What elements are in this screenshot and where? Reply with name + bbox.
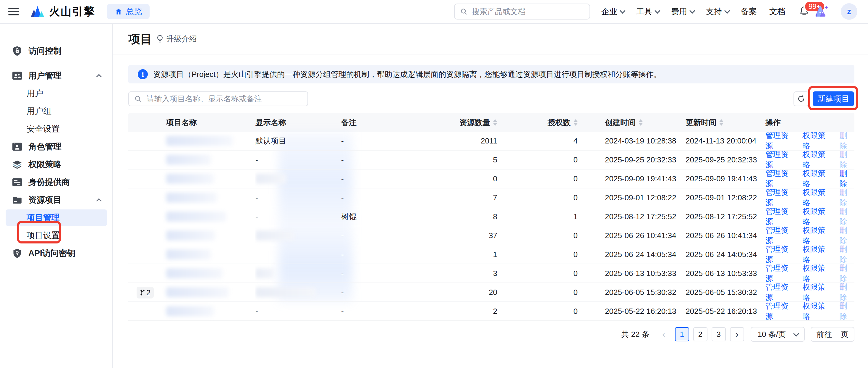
project-name-cell[interactable]	[155, 207, 255, 226]
sidebar-item-用户[interactable]: 用户	[0, 85, 112, 102]
project-name-cell[interactable]	[155, 132, 255, 150]
action-link-管理资源[interactable]: 管理资源	[766, 226, 795, 245]
sidebar-item-访问控制[interactable]: 访问控制	[0, 42, 112, 60]
action-link-管理资源[interactable]: 管理资源	[766, 302, 795, 320]
sidebar-item-用户组[interactable]: 用户组	[0, 102, 112, 120]
sidebar-item-用户管理[interactable]: 用户管理	[0, 67, 112, 85]
sidebar-item-项目管理[interactable]: 项目管理	[0, 209, 112, 227]
page-button-1[interactable]: 1	[675, 327, 689, 341]
sidebar-item-API访问密钥[interactable]: API访问密钥	[0, 244, 112, 262]
page-button-2[interactable]: 2	[693, 327, 708, 341]
project-name-cell[interactable]	[155, 189, 255, 207]
page-size-select[interactable]: 10 条/页	[751, 327, 805, 342]
action-link-权限策略[interactable]: 权限策略	[802, 132, 832, 150]
remark-cell-value: -	[341, 288, 344, 297]
action-link-管理资源[interactable]: 管理资源	[766, 170, 795, 188]
action-link-删除: 删除	[839, 245, 854, 263]
column-header-label: 项目名称	[166, 117, 197, 128]
action-link-权限策略[interactable]: 权限策略	[802, 150, 832, 169]
hamburger-menu-icon[interactable]	[8, 8, 19, 16]
remark-cell: -	[341, 245, 424, 263]
action-link-权限策略[interactable]: 权限策略	[802, 264, 832, 283]
sidebar-item-项目设置[interactable]: 项目设置	[0, 227, 112, 244]
action-link-权限策略[interactable]: 权限策略	[802, 245, 832, 263]
column-header-label: 显示名称	[255, 117, 286, 128]
sidebar-item-权限策略[interactable]: 权限策略	[0, 155, 112, 173]
action-link-权限策略[interactable]: 权限策略	[802, 170, 832, 188]
action-link-管理资源[interactable]: 管理资源	[766, 245, 795, 263]
project-name-cell[interactable]	[155, 170, 255, 188]
ai-assistant-icon[interactable]	[814, 4, 829, 19]
top-nav-备案[interactable]: 备案	[741, 6, 757, 17]
remark-cell: -	[341, 264, 424, 283]
table-toolbar: 请输入项目名称、显示名称或备注 新建项目	[128, 91, 855, 106]
top-nav-支持[interactable]: 支持	[706, 6, 728, 17]
project-name-cell[interactable]	[155, 283, 255, 302]
sort-icon[interactable]	[719, 119, 723, 126]
display-name-cell: -	[255, 302, 341, 320]
next-page-button[interactable]: ›	[730, 327, 744, 341]
action-link-权限策略[interactable]: 权限策略	[802, 283, 832, 302]
goto-page-input[interactable]: 前往页	[811, 327, 855, 342]
top-nav-文档[interactable]: 文档	[769, 6, 785, 17]
top-nav-工具[interactable]: 工具	[636, 6, 659, 17]
column-header-授权数[interactable]: 授权数	[504, 113, 584, 132]
action-link-权限策略[interactable]: 权限策略	[802, 302, 832, 320]
resource-count-cell-value: 20	[489, 288, 497, 297]
project-name-cell[interactable]	[155, 264, 255, 283]
action-link-管理资源[interactable]: 管理资源	[766, 150, 795, 169]
subprojects-expand-badge[interactable]: 2	[136, 287, 154, 299]
display-name: -	[255, 212, 258, 221]
sort-icon[interactable]	[493, 119, 497, 126]
sort-icon[interactable]	[639, 119, 643, 126]
sort-icon[interactable]	[574, 119, 578, 126]
product-search-input[interactable]: 搜索产品或文档	[454, 4, 590, 20]
action-link-权限策略[interactable]: 权限策略	[802, 226, 832, 245]
resource-count-cell: 8	[424, 207, 504, 226]
project-name-cell[interactable]	[155, 226, 255, 245]
top-nav-费用[interactable]: 费用	[671, 6, 693, 17]
redacted-display-name	[255, 230, 294, 240]
refresh-button[interactable]	[794, 91, 809, 106]
project-filter-input[interactable]: 请输入项目名称、显示名称或备注	[128, 91, 308, 106]
action-link-管理资源[interactable]: 管理资源	[766, 283, 795, 302]
sidebar-item-安全设置[interactable]: 安全设置	[0, 120, 112, 138]
project-name-cell[interactable]	[155, 150, 255, 169]
overview-button[interactable]: 总览	[107, 4, 150, 19]
page-header: 项目 升级介绍	[113, 24, 868, 54]
column-header-资源数量[interactable]: 资源数量	[424, 113, 504, 132]
volcengine-logo[interactable]: 火山引擎	[29, 4, 95, 19]
action-link-管理资源[interactable]: 管理资源	[766, 189, 795, 207]
goto-suffix: 页	[841, 329, 848, 340]
project-name-cell[interactable]	[155, 302, 255, 320]
display-name: -	[255, 307, 258, 316]
column-header-label: 资源数量	[459, 117, 490, 128]
pagination-total: 共 22 条	[621, 329, 649, 340]
action-link-管理资源[interactable]: 管理资源	[766, 207, 795, 226]
user-avatar[interactable]: z	[841, 3, 857, 20]
sidebar-item-角色管理[interactable]: 角色管理	[0, 138, 112, 155]
action-link-删除[interactable]: 删除	[839, 170, 854, 188]
project-name-cell[interactable]	[155, 245, 255, 263]
grant-count-cell-value: 4	[574, 136, 578, 145]
notification-bell[interactable]: 99+	[799, 6, 809, 18]
action-link-管理资源[interactable]: 管理资源	[766, 264, 795, 283]
sidebar-item-资源项目[interactable]: 资源项目	[0, 191, 112, 209]
page-button-3[interactable]: 3	[712, 327, 726, 341]
column-header-创建时间[interactable]: 创建时间	[584, 113, 686, 132]
resource-count-cell: 0	[424, 170, 504, 188]
column-header-更新时间[interactable]: 更新时间	[686, 113, 766, 132]
top-nav-企业[interactable]: 企业	[601, 6, 624, 17]
action-link-权限策略[interactable]: 权限策略	[802, 207, 832, 226]
sidebar-item-身份提供商[interactable]: 身份提供商	[0, 173, 112, 191]
updated-time-cell-value: 2025-05-22 16:20:13	[686, 307, 757, 316]
upgrade-intro-link[interactable]: 升级介绍	[156, 34, 197, 44]
action-link-权限策略[interactable]: 权限策略	[802, 189, 832, 207]
created-time-cell-value: 2025-05-22 16:20:13	[605, 307, 676, 316]
created-time-cell-value: 2025-09-01 12:08:22	[605, 193, 676, 202]
nav-label: 工具	[636, 6, 652, 17]
create-project-button[interactable]: 新建项目	[813, 91, 854, 106]
expand-cell	[128, 226, 155, 245]
grant-count-cell-value: 0	[574, 155, 578, 165]
action-link-管理资源[interactable]: 管理资源	[766, 132, 795, 150]
